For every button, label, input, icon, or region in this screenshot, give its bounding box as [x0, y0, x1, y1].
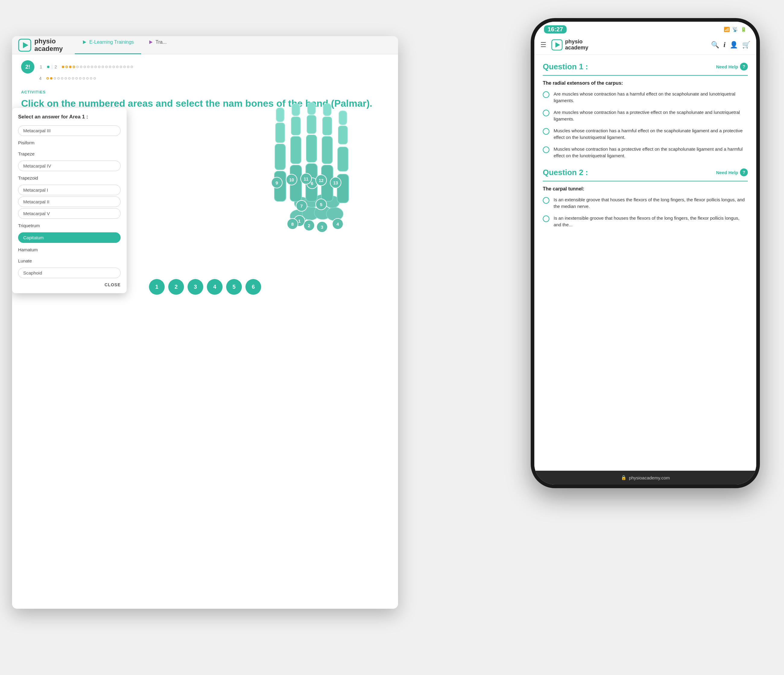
- option-metacarpal-v[interactable]: Metacarpal V: [18, 208, 121, 219]
- answer-option-1-2: Are muscles whose contraction has a prot…: [543, 109, 748, 123]
- progress-dot: [112, 66, 115, 68]
- progress-dot: [62, 66, 64, 68]
- radio-1-3[interactable]: [543, 128, 549, 135]
- brand-name-physio: physio: [34, 38, 63, 45]
- question-1-subtitle: The radial extensors of the carpus:: [543, 81, 748, 86]
- profile-icon[interactable]: 👤: [730, 41, 738, 49]
- nav-circle-5[interactable]: 5: [226, 279, 242, 295]
- progress-dot: [105, 66, 108, 68]
- desktop-nav-tabs: E-Learning Trainings Tra...: [75, 36, 174, 54]
- option-capitatum[interactable]: Capitatum: [18, 232, 121, 243]
- progress-dot: [68, 77, 70, 79]
- answer-option-1-1: Are muscles whose contraction has a harm…: [543, 91, 748, 104]
- answer-text-2-1: Is an extensible groove that houses the …: [554, 197, 748, 210]
- nav-circle-6[interactable]: 6: [246, 279, 261, 295]
- hand-bones-svg: 1 2 3 4 5 6: [244, 102, 389, 259]
- svg-text:13: 13: [333, 180, 338, 185]
- svg-text:10: 10: [289, 177, 294, 182]
- answer-text-1-4: Muscles whose contraction has a protecti…: [554, 146, 748, 160]
- question-1-title: Question 1 :: [543, 62, 588, 71]
- radio-1-2[interactable]: [543, 110, 549, 116]
- nav-circle-3[interactable]: 3: [188, 279, 203, 295]
- option-metacarpal-iv[interactable]: Metacarpal IV: [18, 161, 121, 171]
- svg-point-7: [326, 207, 343, 220]
- phone-brand-icon: [551, 39, 563, 51]
- progress-dot: [131, 66, 133, 68]
- question-1-section: Question 1 : Need Help ? The radial exte…: [543, 62, 748, 160]
- option-triquetrum[interactable]: Triquetrum: [12, 220, 127, 231]
- tab-training[interactable]: Tra...: [141, 36, 174, 54]
- radio-1-1[interactable]: [543, 91, 549, 98]
- answer-option-1-4: Muscles whose contraction has a protecti…: [543, 146, 748, 160]
- url-text: physioacademy.com: [629, 475, 670, 480]
- progress-dot: [94, 66, 97, 68]
- question-2-section: Question 2 : Need Help ? The carpal tunn…: [543, 168, 748, 228]
- progress-dot: [69, 66, 72, 68]
- svg-text:2: 2: [308, 223, 310, 228]
- answer-text-1-1: Are muscles whose contraction has a harm…: [554, 91, 748, 104]
- svg-rect-17: [275, 144, 285, 170]
- search-icon[interactable]: 🔍: [711, 41, 719, 49]
- answer-option-2-1: Is an extensible groove that houses the …: [543, 197, 748, 210]
- progress-dot: [50, 77, 53, 79]
- need-help-2-button[interactable]: Need Help ?: [716, 168, 748, 176]
- progress-dot: [57, 77, 60, 79]
- option-lunate[interactable]: Lunate: [12, 255, 127, 266]
- modal-close-button[interactable]: CLOSE: [12, 279, 127, 290]
- svg-rect-27: [276, 108, 284, 122]
- progress-dot: [127, 66, 129, 68]
- nav-circle-1[interactable]: 1: [149, 279, 165, 295]
- progress-dot: [47, 77, 49, 79]
- option-scaphoid[interactable]: Scaphoid: [18, 268, 121, 278]
- option-metacarpal-iii[interactable]: Metacarpal III: [18, 126, 121, 136]
- svg-marker-59: [555, 42, 560, 47]
- svg-text:4: 4: [336, 222, 339, 227]
- divider: [52, 65, 52, 69]
- phone-screen: 16:27 📶 📡 🔋 ☰ physio academy �: [534, 22, 756, 484]
- radio-2-1[interactable]: [543, 197, 549, 204]
- progress-dot: [87, 66, 90, 68]
- progress-dot: [65, 77, 67, 79]
- radio-1-4[interactable]: [543, 146, 549, 153]
- svg-text:9: 9: [275, 180, 278, 185]
- signal-icon: 📶: [724, 26, 730, 32]
- progress-dot: [86, 77, 89, 79]
- option-metacarpal-i[interactable]: Metacarpal I: [18, 185, 121, 195]
- option-pisiform[interactable]: Pisiform: [12, 137, 127, 148]
- progress-dot: [90, 77, 92, 79]
- mobile-phone: 16:27 📶 📡 🔋 ☰ physio academy �: [531, 18, 760, 488]
- nav-circle-2[interactable]: 2: [168, 279, 184, 295]
- progress-dot: [73, 66, 75, 68]
- svg-text:7: 7: [300, 203, 303, 208]
- option-metacarpal-ii[interactable]: Metacarpal II: [18, 197, 121, 207]
- progress-dot: [54, 77, 56, 79]
- progress-dot: [102, 66, 104, 68]
- progress-dot: [84, 66, 86, 68]
- battery-icon: 🔋: [740, 26, 747, 32]
- play-tab-icon-2: [148, 40, 153, 45]
- svg-rect-30: [323, 104, 331, 116]
- option-trapeze[interactable]: Trapeze: [12, 148, 127, 160]
- nav-circle-4[interactable]: 4: [207, 279, 222, 295]
- tab-elearning[interactable]: E-Learning Trainings: [75, 36, 141, 54]
- play-tab-icon: [82, 40, 87, 45]
- svg-rect-28: [292, 104, 300, 116]
- option-trapezoid[interactable]: Trapezoid: [12, 172, 127, 183]
- radio-2-2[interactable]: [543, 216, 549, 222]
- cart-icon[interactable]: 🛒: [742, 41, 750, 49]
- hand-illustration: 1 2 3 4 5 6: [244, 102, 389, 259]
- info-icon[interactable]: i: [723, 41, 725, 49]
- svg-marker-3: [149, 40, 152, 44]
- svg-text:11: 11: [304, 177, 308, 182]
- question-2-title: Question 2 :: [543, 168, 588, 177]
- svg-text:8: 8: [291, 222, 294, 227]
- option-hamatum[interactable]: Hamatum: [12, 244, 127, 255]
- svg-text:5: 5: [320, 202, 322, 207]
- progress-dot: [47, 66, 50, 68]
- lock-icon: 🔒: [621, 475, 627, 480]
- hamburger-menu-icon[interactable]: ☰: [540, 41, 546, 49]
- svg-rect-24: [307, 115, 316, 133]
- need-help-1-button[interactable]: Need Help ?: [716, 63, 748, 70]
- phone-content: Question 1 : Need Help ? The radial exte…: [534, 55, 756, 471]
- progress-dot: [123, 66, 126, 68]
